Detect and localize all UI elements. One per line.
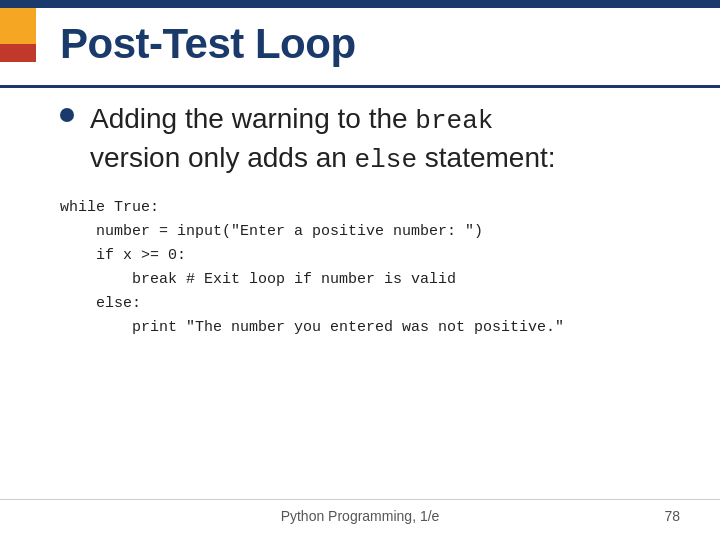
- footer-center-text: Python Programming, 1/e: [0, 508, 720, 524]
- divider: [0, 85, 720, 88]
- code-line-4: break # Exit loop if number is valid: [60, 268, 680, 292]
- bullet-text-before-break: Adding the warning to the: [90, 103, 415, 134]
- footer-line: [0, 499, 720, 500]
- footer: Python Programming, 1/e 78: [0, 508, 720, 524]
- else-keyword: else: [355, 145, 417, 175]
- bullet-dot: [60, 108, 74, 122]
- slide: Post-Test Loop Adding the warning to the…: [0, 0, 720, 540]
- code-line-5: else:: [60, 292, 680, 316]
- footer-page-number: 78: [664, 508, 680, 524]
- break-keyword: break: [415, 106, 493, 136]
- content-area: Adding the warning to the break version …: [60, 100, 680, 340]
- title-area: Post-Test Loop: [60, 20, 680, 68]
- bullet-item: Adding the warning to the break version …: [60, 100, 680, 178]
- code-line-2: number = input("Enter a positive number:…: [60, 220, 680, 244]
- bullet-text-after: statement:: [417, 142, 556, 173]
- code-block: while True: number = input("Enter a posi…: [60, 196, 680, 340]
- orange-square: [0, 8, 36, 44]
- red-square: [0, 44, 36, 62]
- top-bar: [0, 0, 720, 8]
- code-line-3: if x >= 0:: [60, 244, 680, 268]
- bullet-text: Adding the warning to the break version …: [90, 100, 556, 178]
- code-line-6: print "The number you entered was not po…: [60, 316, 680, 340]
- bullet-text-before-else: version only adds an: [90, 142, 355, 173]
- accent-squares: [0, 8, 36, 62]
- slide-title: Post-Test Loop: [60, 20, 680, 68]
- code-line-1: while True:: [60, 196, 680, 220]
